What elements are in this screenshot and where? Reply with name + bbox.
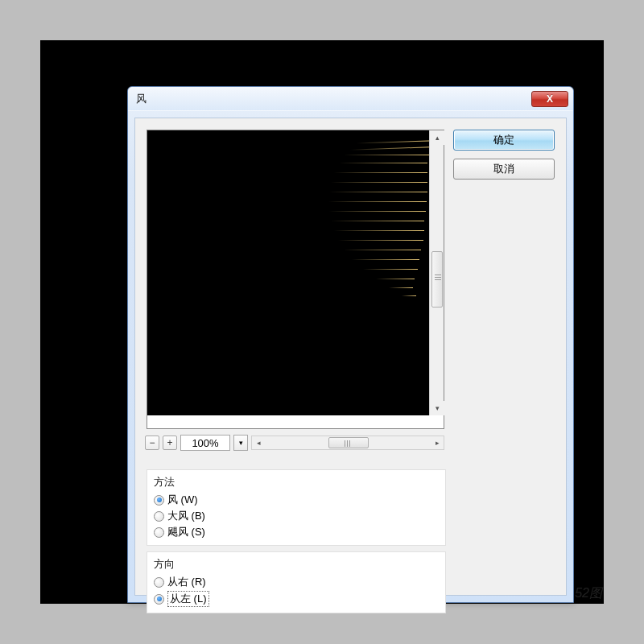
dialog-body: ▴ ▾ − + 100% ▾ ◂ ▸ 确定 取消 方法 风 (W) [134, 118, 567, 596]
radio-icon [154, 511, 164, 522]
scroll-right-icon[interactable]: ▸ [431, 436, 444, 449]
vscroll-thumb[interactable] [431, 251, 443, 308]
close-icon: X [547, 93, 553, 105]
wind-filter-dialog: 风 X [127, 86, 574, 603]
method-group-title: 方法 [154, 475, 439, 489]
preview-hscrollbar[interactable]: ◂ ▸ [251, 436, 444, 450]
radio-icon [154, 527, 164, 538]
scroll-left-icon[interactable]: ◂ [252, 436, 265, 449]
cancel-button[interactable]: 取消 [453, 159, 555, 180]
radio-label: 从右 (R) [167, 575, 206, 589]
direction-option-from-left[interactable]: 从左 (L) [154, 590, 439, 608]
zoom-dropdown[interactable]: ▾ [233, 435, 248, 451]
ok-button[interactable]: 确定 [453, 130, 555, 151]
radio-label: 大风 (B) [167, 509, 205, 523]
titlebar[interactable]: 风 X [128, 87, 573, 111]
radio-icon [154, 495, 164, 506]
hscroll-thumb[interactable] [328, 437, 369, 448]
preview-image[interactable] [147, 130, 431, 415]
direction-option-from-right[interactable]: 从右 (R) [154, 574, 439, 590]
zoom-value[interactable]: 100% [180, 435, 230, 451]
radio-label: 风 (W) [167, 493, 198, 507]
radio-label: 飓风 (S) [167, 525, 205, 539]
zoom-in-button[interactable]: + [163, 436, 177, 450]
method-option-blast[interactable]: 大风 (B) [154, 508, 439, 524]
direction-group-title: 方向 [154, 557, 439, 572]
direction-group: 方向 从右 (R) 从左 (L) [147, 551, 446, 613]
zoom-controls: − + 100% ▾ ◂ ▸ [145, 434, 444, 452]
radio-icon [154, 577, 164, 588]
scroll-up-icon[interactable]: ▴ [430, 130, 444, 145]
scroll-down-icon[interactable]: ▾ [430, 401, 444, 415]
preview-panel: ▴ ▾ [147, 130, 444, 429]
zoom-out-button[interactable]: − [145, 436, 159, 450]
radio-label: 从左 (L) [167, 591, 209, 607]
dialog-title: 风 [136, 92, 147, 106]
method-group: 方法 风 (W) 大风 (B) 飓风 (S) [147, 469, 446, 546]
close-button[interactable]: X [531, 91, 568, 107]
method-option-wind[interactable]: 风 (W) [154, 492, 439, 508]
watermark: 52图 [575, 585, 602, 602]
preview-vscrollbar[interactable]: ▴ ▾ [429, 130, 444, 415]
method-option-stagger[interactable]: 飓风 (S) [154, 524, 439, 540]
dialog-buttons: 确定 取消 [453, 130, 555, 188]
radio-icon [154, 594, 164, 605]
